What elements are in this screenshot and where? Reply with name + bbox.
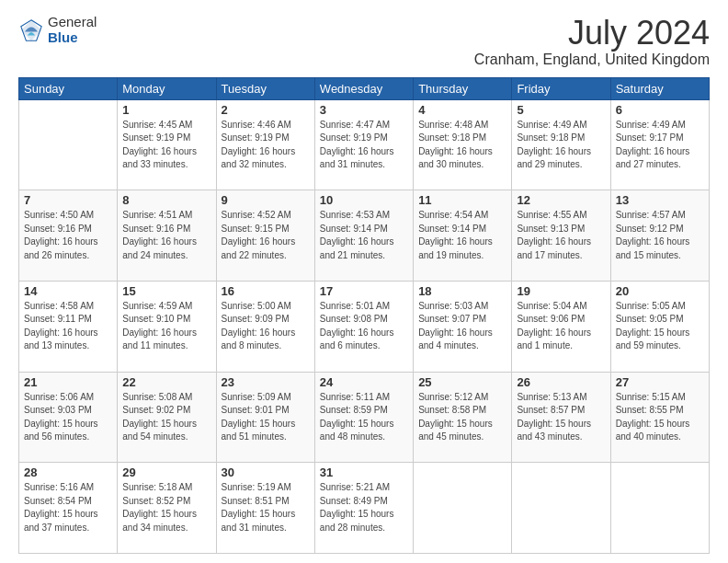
day-number: 6: [616, 103, 704, 117]
header-row: SundayMondayTuesdayWednesdayThursdayFrid…: [19, 77, 710, 99]
day-number: 26: [517, 375, 605, 389]
calendar-cell: 28Sunrise: 5:16 AM Sunset: 8:54 PM Dayli…: [19, 463, 118, 554]
day-info: Sunrise: 5:00 AM Sunset: 9:09 PM Dayligh…: [222, 300, 310, 353]
day-header-thursday: Thursday: [414, 77, 512, 99]
location-subtitle: Cranham, England, United Kingdom: [474, 52, 710, 68]
day-number: 14: [24, 284, 112, 298]
day-info: Sunrise: 4:46 AM Sunset: 9:19 PM Dayligh…: [222, 119, 310, 172]
day-number: 18: [418, 284, 506, 298]
day-number: 15: [122, 284, 210, 298]
day-number: 17: [320, 284, 408, 298]
title-block: July 2024 Cranham, England, United Kingd…: [474, 15, 710, 68]
day-info: Sunrise: 5:03 AM Sunset: 9:07 PM Dayligh…: [418, 300, 506, 353]
calendar-cell: 21Sunrise: 5:06 AM Sunset: 9:03 PM Dayli…: [19, 372, 118, 463]
calendar-cell: 12Sunrise: 4:55 AM Sunset: 9:13 PM Dayli…: [512, 190, 610, 282]
calendar-cell: 2Sunrise: 4:46 AM Sunset: 9:19 PM Daylig…: [216, 99, 314, 190]
day-number: 20: [616, 284, 704, 298]
day-header-wednesday: Wednesday: [314, 77, 413, 99]
day-info: Sunrise: 4:49 AM Sunset: 9:18 PM Dayligh…: [517, 119, 605, 172]
day-info: Sunrise: 5:11 AM Sunset: 8:59 PM Dayligh…: [320, 391, 408, 444]
day-number: 16: [222, 284, 310, 298]
day-number: 12: [517, 193, 605, 207]
day-number: 29: [122, 465, 210, 479]
day-info: Sunrise: 5:01 AM Sunset: 9:08 PM Dayligh…: [320, 300, 408, 353]
calendar-cell: 13Sunrise: 4:57 AM Sunset: 9:12 PM Dayli…: [610, 190, 709, 282]
calendar-cell: 22Sunrise: 5:08 AM Sunset: 9:02 PM Dayli…: [118, 372, 216, 463]
day-info: Sunrise: 5:15 AM Sunset: 8:55 PM Dayligh…: [616, 391, 704, 444]
day-info: Sunrise: 4:58 AM Sunset: 9:11 PM Dayligh…: [24, 300, 112, 353]
page: General Blue July 2024 Cranham, England,…: [0, 0, 728, 563]
day-info: Sunrise: 5:08 AM Sunset: 9:02 PM Dayligh…: [122, 391, 210, 444]
calendar-cell: 9Sunrise: 4:52 AM Sunset: 9:15 PM Daylig…: [216, 190, 314, 282]
day-header-saturday: Saturday: [610, 77, 709, 99]
day-number: 4: [418, 103, 506, 117]
day-number: 28: [24, 465, 112, 479]
day-number: 19: [517, 284, 605, 298]
calendar-cell: [610, 463, 709, 554]
day-number: 11: [418, 193, 506, 207]
day-number: 27: [616, 375, 704, 389]
logo-icon: [18, 17, 44, 43]
day-info: Sunrise: 5:06 AM Sunset: 9:03 PM Dayligh…: [24, 391, 112, 444]
day-info: Sunrise: 4:45 AM Sunset: 9:19 PM Dayligh…: [122, 119, 210, 172]
calendar-cell: 4Sunrise: 4:48 AM Sunset: 9:18 PM Daylig…: [414, 99, 512, 190]
calendar-cell: 17Sunrise: 5:01 AM Sunset: 9:08 PM Dayli…: [314, 281, 413, 372]
calendar-cell: 18Sunrise: 5:03 AM Sunset: 9:07 PM Dayli…: [414, 281, 512, 372]
calendar-cell: [414, 463, 512, 554]
calendar-cell: 31Sunrise: 5:21 AM Sunset: 8:49 PM Dayli…: [314, 463, 413, 554]
day-info: Sunrise: 4:57 AM Sunset: 9:12 PM Dayligh…: [616, 209, 704, 262]
day-header-friday: Friday: [512, 77, 610, 99]
calendar-cell: 24Sunrise: 5:11 AM Sunset: 8:59 PM Dayli…: [314, 372, 413, 463]
day-info: Sunrise: 5:05 AM Sunset: 9:05 PM Dayligh…: [616, 300, 704, 353]
calendar-cell: 8Sunrise: 4:51 AM Sunset: 9:16 PM Daylig…: [118, 190, 216, 282]
calendar-cell: 14Sunrise: 4:58 AM Sunset: 9:11 PM Dayli…: [19, 281, 118, 372]
day-number: 24: [320, 375, 408, 389]
day-number: 30: [222, 465, 310, 479]
day-info: Sunrise: 4:47 AM Sunset: 9:19 PM Dayligh…: [320, 119, 408, 172]
month-year-title: July 2024: [474, 15, 710, 52]
calendar-cell: 1Sunrise: 4:45 AM Sunset: 9:19 PM Daylig…: [118, 99, 216, 190]
day-number: 10: [320, 193, 408, 207]
calendar-cell: 11Sunrise: 4:54 AM Sunset: 9:14 PM Dayli…: [414, 190, 512, 282]
day-number: 25: [418, 375, 506, 389]
calendar-cell: 19Sunrise: 5:04 AM Sunset: 9:06 PM Dayli…: [512, 281, 610, 372]
day-info: Sunrise: 4:49 AM Sunset: 9:17 PM Dayligh…: [616, 119, 704, 172]
day-info: Sunrise: 4:59 AM Sunset: 9:10 PM Dayligh…: [122, 300, 210, 353]
calendar-cell: 25Sunrise: 5:12 AM Sunset: 8:58 PM Dayli…: [414, 372, 512, 463]
calendar-cell: [512, 463, 610, 554]
day-info: Sunrise: 5:04 AM Sunset: 9:06 PM Dayligh…: [517, 300, 605, 353]
day-info: Sunrise: 4:51 AM Sunset: 9:16 PM Dayligh…: [122, 209, 210, 262]
week-row-5: 28Sunrise: 5:16 AM Sunset: 8:54 PM Dayli…: [19, 463, 710, 554]
calendar-cell: 3Sunrise: 4:47 AM Sunset: 9:19 PM Daylig…: [314, 99, 413, 190]
calendar-cell: 23Sunrise: 5:09 AM Sunset: 9:01 PM Dayli…: [216, 372, 314, 463]
logo-general: General: [48, 15, 97, 30]
day-info: Sunrise: 5:18 AM Sunset: 8:52 PM Dayligh…: [122, 481, 210, 534]
day-number: 9: [222, 193, 310, 207]
calendar-cell: 30Sunrise: 5:19 AM Sunset: 8:51 PM Dayli…: [216, 463, 314, 554]
day-number: 2: [222, 103, 310, 117]
week-row-2: 7Sunrise: 4:50 AM Sunset: 9:16 PM Daylig…: [19, 190, 710, 282]
calendar-cell: 29Sunrise: 5:18 AM Sunset: 8:52 PM Dayli…: [118, 463, 216, 554]
day-info: Sunrise: 5:16 AM Sunset: 8:54 PM Dayligh…: [24, 481, 112, 534]
logo: General Blue: [18, 15, 97, 45]
week-row-1: 1Sunrise: 4:45 AM Sunset: 9:19 PM Daylig…: [19, 99, 710, 190]
day-header-tuesday: Tuesday: [216, 77, 314, 99]
calendar-cell: 16Sunrise: 5:00 AM Sunset: 9:09 PM Dayli…: [216, 281, 314, 372]
day-info: Sunrise: 4:48 AM Sunset: 9:18 PM Dayligh…: [418, 119, 506, 172]
day-info: Sunrise: 5:13 AM Sunset: 8:57 PM Dayligh…: [517, 391, 605, 444]
day-info: Sunrise: 5:19 AM Sunset: 8:51 PM Dayligh…: [222, 481, 310, 534]
logo-text: General Blue: [48, 15, 97, 45]
calendar-cell: [19, 99, 118, 190]
day-number: 23: [222, 375, 310, 389]
calendar-cell: 5Sunrise: 4:49 AM Sunset: 9:18 PM Daylig…: [512, 99, 610, 190]
header: General Blue July 2024 Cranham, England,…: [18, 15, 710, 68]
week-row-3: 14Sunrise: 4:58 AM Sunset: 9:11 PM Dayli…: [19, 281, 710, 372]
day-header-monday: Monday: [118, 77, 216, 99]
day-number: 3: [320, 103, 408, 117]
calendar-cell: 7Sunrise: 4:50 AM Sunset: 9:16 PM Daylig…: [19, 190, 118, 282]
day-info: Sunrise: 5:09 AM Sunset: 9:01 PM Dayligh…: [222, 391, 310, 444]
day-number: 5: [517, 103, 605, 117]
day-info: Sunrise: 4:50 AM Sunset: 9:16 PM Dayligh…: [24, 209, 112, 262]
day-number: 31: [320, 465, 408, 479]
logo-blue: Blue: [48, 30, 97, 46]
